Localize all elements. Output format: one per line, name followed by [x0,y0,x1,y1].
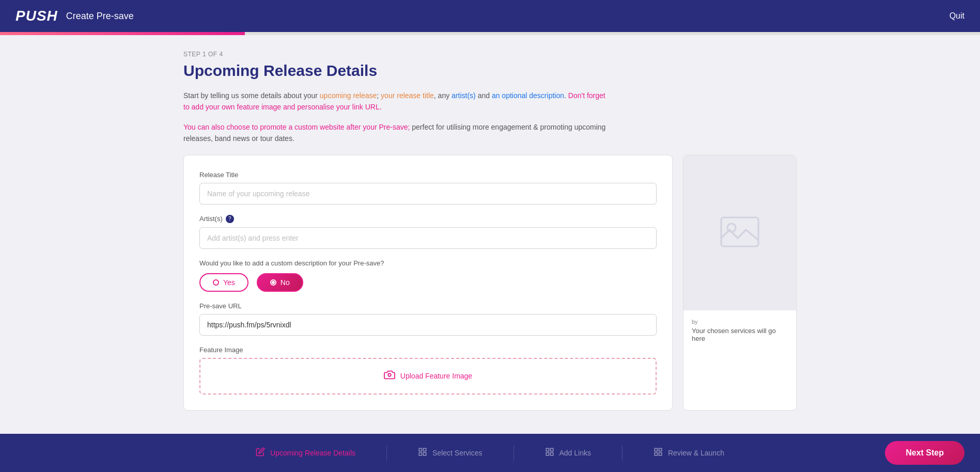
presave-url-label: Pre-save URL [199,302,657,310]
edit-icon [256,447,265,459]
description-question: Would you like to add a custom descripti… [199,259,657,267]
svg-rect-3 [419,448,422,451]
svg-rect-7 [546,448,549,451]
yes-radio-dot [213,279,219,286]
app-title: Create Pre-save [66,11,134,22]
footer-nav: Upcoming Release Details Select Services… [0,434,980,472]
form-preview-container: Release Title Artist(s) ? Would you like… [183,155,797,411]
svg-rect-5 [419,453,422,455]
add-links-icon [545,447,554,459]
footer-step-upcoming-release[interactable]: Upcoming Release Details [256,447,355,459]
svg-point-0 [388,373,391,376]
step-label: STEP 1 OF 4 [183,51,797,58]
no-radio-button[interactable]: No [257,273,303,292]
footer-step-review-launch[interactable]: Review & Launch [654,447,724,459]
footer-divider-1 [386,445,387,461]
header-left: PUSH Create Pre-save [15,8,134,24]
upload-icon [384,369,395,383]
svg-rect-14 [659,453,661,455]
release-title-label: Release Title [199,171,657,179]
upload-area[interactable]: Upload Feature Image [199,358,657,395]
artists-help-icon[interactable]: ? [226,215,234,223]
svg-rect-4 [424,448,426,451]
preview-by: by [692,319,788,325]
footer-divider-2 [514,445,514,461]
radio-group: Yes No [199,273,657,292]
footer-divider-3 [622,445,623,461]
presave-url-input[interactable] [199,314,657,336]
logo: PUSH [15,8,58,24]
svg-rect-10 [550,453,553,455]
svg-rect-6 [424,453,426,455]
select-services-icon [418,447,427,459]
main-content: STEP 1 OF 4 Upcoming Release Details Sta… [0,35,980,462]
svg-rect-8 [550,448,553,451]
footer-step-review-launch-label: Review & Launch [668,449,724,457]
page-title: Upcoming Release Details [183,62,797,80]
feature-image-label: Feature Image [199,346,657,354]
release-title-input[interactable] [199,183,657,204]
svg-rect-13 [655,453,657,455]
footer-step-select-services[interactable]: Select Services [418,447,482,459]
description-2: You can also choose to promote a custom … [183,121,612,145]
upload-label: Upload Feature Image [400,372,472,380]
review-launch-icon [654,447,663,459]
footer-step-add-links[interactable]: Add Links [545,447,591,459]
no-radio-dot [270,279,276,286]
footer-step-add-links-label: Add Links [559,449,591,457]
header: PUSH Create Pre-save Quit [0,0,980,32]
no-radio-dot-inner [272,281,275,284]
preview-image-placeholder-icon [719,211,760,255]
preview-image-area [683,155,796,310]
description-1: Start by telling us some details about y… [183,90,612,113]
form-card: Release Title Artist(s) ? Would you like… [183,155,673,411]
svg-rect-9 [546,453,549,455]
preview-services: Your chosen services will go here [692,327,788,342]
preview-bottom: by Your chosen services will go here [683,310,796,410]
quit-button[interactable]: Quit [950,11,965,21]
footer-step-select-services-label: Select Services [432,449,482,457]
preview-card: by Your chosen services will go here [683,155,797,411]
svg-rect-11 [655,448,657,451]
footer-step-upcoming-release-label: Upcoming Release Details [270,449,355,457]
artists-label: Artist(s) ? [199,215,657,223]
artists-input[interactable] [199,227,657,249]
next-step-button[interactable]: Next Step [885,441,965,465]
svg-rect-12 [659,448,661,451]
yes-radio-button[interactable]: Yes [199,273,248,292]
